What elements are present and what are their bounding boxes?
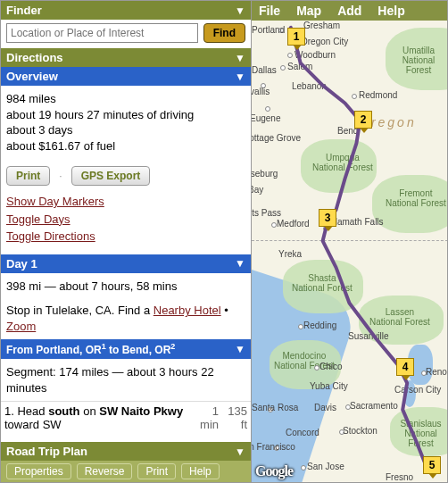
overview-drive-time: about 19 hours 27 minutes of driving [6, 107, 245, 123]
print-button[interactable]: Print [6, 166, 50, 186]
roadtrip-collapse-icon[interactable]: ▼ [235, 446, 245, 458]
roadtrip-buttons: Properties Reverse Print Help [1, 461, 251, 482]
waypoint-3[interactable]: 3 [319, 209, 336, 227]
day1-collapse-icon[interactable]: ▼ [235, 257, 245, 270]
overview-header[interactable]: Overview ▼ [1, 67, 251, 86]
segment-summary: Segment: 174 miles — about 3 hours 22 mi… [1, 359, 251, 401]
overview-distance: 984 miles [6, 91, 245, 107]
waypoint-5[interactable]: 5 [423, 456, 441, 474]
waypoint-4[interactable]: 4 [396, 358, 414, 376]
waypoint-2[interactable]: 2 [354, 111, 372, 129]
waypoint-1[interactable]: 1 [287, 28, 305, 46]
day1-sep: • [221, 304, 228, 317]
day1-summary: 398 mi — about 7 hours, 58 mins [6, 279, 245, 295]
app-root: Finder ▼ Find Directions ▼ Overview ▼ 98… [0, 0, 448, 483]
day1-stop: Stop in Tulelake, CA. Find a Nearby Hote… [6, 303, 245, 334]
day1-body: 398 mi — about 7 hours, 58 mins Stop in … [1, 273, 251, 340]
directions-header: Directions ▼ [1, 48, 251, 67]
zoom-link[interactable]: Zoom [6, 320, 36, 333]
step-time: 1 min [194, 402, 222, 435]
overview-body: 984 miles about 19 hours 27 minutes of d… [1, 86, 251, 159]
toggle-links: Show Day Markers Toggle Days Toggle Dire… [1, 193, 251, 254]
step-txt-b: on [80, 404, 100, 418]
plan-help-button[interactable]: Help [181, 463, 220, 479]
finder-title: Finder [6, 4, 42, 17]
step-dist: 135 ft [222, 402, 251, 435]
toggle-days-link[interactable]: Toggle Days [6, 211, 245, 229]
overview-buttons: Print · GPS Export [1, 159, 251, 193]
roadtrip-title: Road Trip Plan [6, 445, 87, 458]
finder-collapse-icon[interactable]: ▼ [235, 4, 245, 17]
route-path [252, 1, 447, 482]
overview-days: about 3 days [6, 122, 245, 138]
finder-header: Finder ▼ [1, 1, 251, 20]
menu-add[interactable]: Add [337, 4, 361, 18]
plan-print-button[interactable]: Print [137, 463, 176, 479]
seg-to: to Bend, OR [106, 344, 171, 356]
google-logo: Google [255, 463, 293, 479]
menu-map[interactable]: Map [296, 4, 321, 18]
table-row[interactable]: 1. Head south on SW Naito Pkwy toward SW… [1, 402, 251, 435]
plan-reverse-button[interactable]: Reverse [77, 463, 133, 479]
nearby-hotel-link[interactable]: Nearby Hotel [153, 304, 221, 317]
step-text: 1. Head south on SW Naito Pkwy toward SW [1, 402, 194, 435]
day1-stop-prefix: Stop in Tulelake, CA. Find a [6, 304, 153, 317]
step-bold2: SW Naito Pkwy [99, 404, 183, 418]
menu-help[interactable]: Help [377, 4, 404, 18]
directions-scroll[interactable]: Overview ▼ 984 miles about 19 hours 27 m… [1, 67, 251, 442]
directions-collapse-icon[interactable]: ▼ [235, 52, 245, 64]
waypoint-5-label: 5 [429, 459, 436, 471]
steps-table: 1. Head south on SW Naito Pkwy toward SW… [1, 401, 251, 434]
location-input[interactable] [6, 23, 198, 43]
segment-collapse-icon[interactable]: ▼ [235, 343, 245, 355]
map-menubar: File Map Add Help [252, 1, 447, 21]
overview-collapse-icon[interactable]: ▼ [235, 71, 245, 83]
finder-body: Find [1, 20, 251, 48]
find-button[interactable]: Find [203, 23, 245, 43]
map-canvas[interactable]: UmatillaNational Forest UmpquaNational F… [252, 1, 447, 482]
roadtrip-header: Road Trip Plan ▼ [1, 442, 251, 461]
menu-file[interactable]: File [259, 4, 280, 18]
left-panel: Finder ▼ Find Directions ▼ Overview ▼ 98… [1, 1, 252, 482]
toggle-directions-link[interactable]: Toggle Directions [6, 228, 245, 246]
gps-export-button[interactable]: GPS Export [71, 166, 151, 186]
step-txt-c: toward SW [4, 418, 62, 431]
overview-title: Overview [6, 70, 58, 83]
map-panel[interactable]: UmatillaNational Forest UmpquaNational F… [252, 1, 447, 482]
waypoint-2-label: 2 [361, 113, 367, 126]
segment-header[interactable]: From Portland, OR1 to Bend, OR2 ▼ [1, 339, 251, 359]
day1-header[interactable]: Day 1 ▼ [1, 254, 251, 273]
waypoint-1-label: 1 [294, 30, 300, 43]
overview-fuel: about $161.67 of fuel [6, 138, 245, 154]
waypoint-3-label: 3 [325, 212, 331, 224]
directions-title: Directions [6, 51, 63, 64]
waypoint-4-label: 4 [402, 361, 409, 373]
step-bold1: south [48, 404, 79, 418]
segment-title: From Portland, OR1 to Bend, OR2 [6, 342, 175, 356]
day1-title: Day 1 [6, 257, 37, 271]
seg-sup2: 2 [170, 342, 175, 351]
step-number: 1. [4, 404, 14, 418]
step-txt-a: Head [17, 404, 48, 418]
seg-from: From Portland, OR [6, 344, 102, 356]
plan-properties-button[interactable]: Properties [6, 463, 71, 479]
show-day-markers-link[interactable]: Show Day Markers [6, 193, 245, 211]
separator-dot: · [59, 170, 62, 182]
